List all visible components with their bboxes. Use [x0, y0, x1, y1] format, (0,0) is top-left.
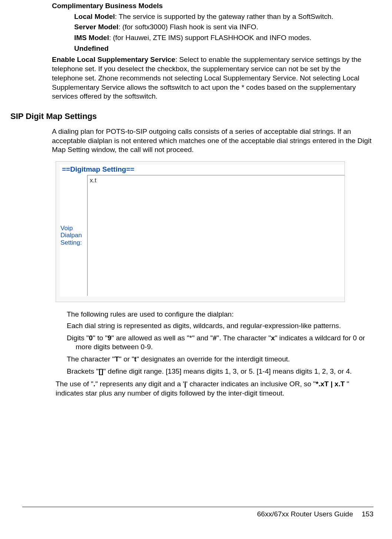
- r2-pre: Digits ": [67, 334, 89, 342]
- r2-b3: #: [213, 334, 217, 342]
- local-model-desc: : The service is supported by the gatewa…: [115, 13, 333, 20]
- undefined-line: Undefined: [74, 44, 373, 53]
- footer-title: 66xx/67xx Router Users Guide: [257, 510, 353, 518]
- ims-model-line: IMS Model: (for Hauwei, ZTE IMS) support…: [74, 33, 373, 43]
- enable-local-supp-label: Enable Local Supplementary Service: [52, 56, 175, 63]
- r4-post: " define digit range. [135] means digits…: [103, 367, 352, 375]
- r4-pre: Brackets ": [67, 367, 99, 375]
- server-model-line: Server Model: (for softx3000) Flash hook…: [74, 23, 373, 32]
- rule-1: Each dial string is represented as digit…: [67, 321, 373, 331]
- r3-post: " designates an override for the interdi…: [136, 355, 290, 363]
- page-footer: 66xx/67xx Router Users Guide 153: [22, 507, 373, 518]
- rule-2: Digits "0" to "9" are allowed as well as…: [67, 334, 373, 352]
- server-model-label: Server Model: [74, 23, 118, 31]
- closing-mid2: ' character indicates an inclusive OR, s…: [186, 380, 316, 388]
- sip-intro-paragraph: A dialing plan for POTS-to-SIP outgoing …: [52, 127, 373, 155]
- footer-page-number: 153: [362, 510, 373, 518]
- undefined-label: Undefined: [74, 44, 109, 52]
- r2-mid3: ". The character ": [217, 334, 271, 342]
- server-model-desc: : (for softx3000) Flash hook is sent via…: [118, 23, 258, 31]
- local-model-label: Local Model: [74, 13, 115, 20]
- digitmap-label-l3: Setting:: [60, 239, 82, 247]
- digitmap-textarea[interactable]: [87, 175, 345, 296]
- digitmap-row: Voip Dialpan Setting:: [60, 175, 345, 296]
- closing-b3: *.xT | x.T: [316, 380, 346, 388]
- ims-model-desc: : (for Hauwei, ZTE IMS) support FLASHHOO…: [109, 34, 312, 42]
- rule-4: Brackets "[]" define digit range. [135] …: [67, 367, 373, 376]
- digitmap-field-label: Voip Dialpan Setting:: [60, 175, 87, 296]
- r2-b4: x: [271, 334, 275, 342]
- closing-paragraph: The use of "." represents any digit and …: [56, 380, 373, 398]
- closing-mid1: " represents any digit and a ': [95, 380, 184, 388]
- digitmap-screenshot: ==Digitmap Setting== Voip Dialpan Settin…: [56, 161, 345, 302]
- digitmap-label-l1: Voip: [60, 225, 73, 232]
- r3-b1: T: [115, 355, 119, 363]
- enable-local-supp-line: Enable Local Supplementary Service: Sele…: [52, 55, 373, 101]
- r3-pre: The character ": [67, 355, 115, 363]
- rules-intro: The following rules are used to configur…: [67, 310, 373, 318]
- local-model-line: Local Model: The service is supported by…: [74, 12, 373, 22]
- digitmap-title: ==Digitmap Setting==: [60, 165, 345, 175]
- digitmap-label-l2: Dialpan: [60, 232, 82, 239]
- ims-model-label: IMS Model: [74, 34, 109, 42]
- digitmap-panel: ==Digitmap Setting== Voip Dialpan Settin…: [60, 165, 345, 297]
- r2-b1: 0: [89, 334, 93, 342]
- page-root: Complimentary Business Models Local Mode…: [0, 0, 392, 539]
- content-area: Complimentary Business Models Local Mode…: [0, 0, 392, 398]
- r4-b1: []: [99, 367, 103, 375]
- r3-mid: " or ": [119, 355, 134, 363]
- closing-pre: The use of ": [56, 380, 93, 388]
- sip-digit-map-heading: SIP Digit Map Settings: [10, 112, 373, 121]
- comp-bus-models-heading: Complimentary Business Models: [52, 1, 373, 11]
- r2-b2: 9: [108, 334, 112, 342]
- r2-mid2: " are allowed as well as "*" and ": [112, 334, 213, 342]
- r2-mid1: " to ": [93, 334, 108, 342]
- rule-3: The character "T" or "t" designates an o…: [67, 355, 373, 364]
